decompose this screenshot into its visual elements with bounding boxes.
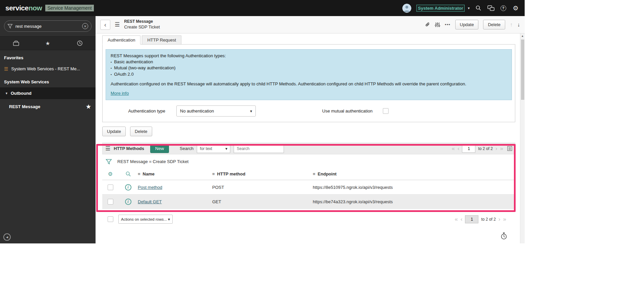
clear-search-icon[interactable]: ×	[82, 23, 88, 29]
breadcrumb-condition[interactable]: REST Message = Create SDP Ticket	[117, 159, 188, 164]
gear-icon[interactable]: ⚙	[512, 4, 519, 12]
authentication-type-select[interactable]: No authentication ▾	[176, 105, 256, 117]
update-button[interactable]: Update	[455, 20, 479, 29]
column-header-name[interactable]: ≡ Name	[138, 171, 212, 176]
row-checkbox[interactable]	[108, 184, 113, 190]
more-info-link[interactable]: More info	[111, 90, 129, 96]
scrollbar[interactable]: ▲	[520, 33, 525, 243]
row-checkbox[interactable]	[108, 199, 113, 205]
user-menu[interactable]: System Administrator	[416, 5, 465, 12]
http-method-cell: POST	[212, 185, 313, 190]
nav-group-label: Outbound	[11, 91, 32, 96]
delete-button[interactable]: Delete	[483, 20, 505, 29]
logo-text-now: now	[28, 4, 42, 12]
http-method-cell: GET	[212, 199, 313, 204]
select-all-checkbox[interactable]	[108, 216, 113, 222]
search-scope-select[interactable]: for text ▾	[197, 144, 230, 153]
clock-icon	[77, 40, 83, 46]
product-label: Service Management	[45, 5, 94, 11]
tab-favorites[interactable]: ★	[32, 36, 64, 50]
next-record-icon[interactable]: ↓	[517, 22, 520, 28]
form-context-menu-icon[interactable]: ☰	[115, 21, 120, 28]
personalize-form-icon[interactable]	[435, 22, 440, 27]
tab-http-request[interactable]: HTTP Request	[142, 35, 181, 45]
navigator-search[interactable]: ×	[4, 20, 92, 32]
authentication-type-label: Authentication type	[106, 108, 165, 114]
first-page-icon[interactable]: «	[455, 216, 458, 222]
info-list-item: • Mutual (two-way authentication)	[111, 65, 507, 71]
column-header-http-method[interactable]: ≡ HTTP method	[212, 171, 313, 176]
back-button[interactable]: ‹	[100, 20, 110, 30]
breadcrumb: REST Message = Create SDP Ticket	[102, 154, 515, 168]
search-icon[interactable]	[475, 4, 482, 12]
endpoint-cell: https://8e510975.ngrok.io/api/v3/request…	[313, 185, 515, 190]
column-search-icon[interactable]	[125, 171, 131, 177]
favorite-item-rest-message[interactable]: ☰ System Web Services - REST Me...	[0, 63, 96, 74]
record-link[interactable]: Post method	[138, 185, 162, 190]
record-preview-icon[interactable]: i	[125, 184, 131, 191]
logo-text-service: service	[5, 4, 28, 12]
list-context-menu-icon[interactable]: ☰	[105, 145, 110, 152]
table-row: i Default GET GET https://be74a323.ngrok…	[102, 195, 515, 209]
column-menu-icon: ≡	[212, 171, 215, 176]
scrollbar-thumb[interactable]	[521, 40, 524, 100]
update-button-bottom[interactable]: Update	[102, 127, 126, 136]
first-page-icon[interactable]: «	[452, 146, 455, 151]
last-page-icon[interactable]: »	[503, 216, 506, 222]
use-mutual-authentication-checkbox[interactable]	[383, 108, 389, 114]
help-icon[interactable]: ?	[500, 4, 507, 12]
page-number-input[interactable]	[465, 215, 478, 223]
avatar[interactable]	[402, 4, 411, 13]
info-note: Authentication configured on the REST Me…	[111, 81, 507, 87]
attachment-icon[interactable]	[425, 22, 430, 27]
tab-history[interactable]	[64, 36, 96, 50]
tab-all-applications[interactable]	[0, 36, 32, 50]
favorite-star-icon[interactable]: ★	[86, 103, 91, 110]
list-popout-icon[interactable]	[507, 146, 512, 151]
record-title: Create SDP Ticket	[124, 24, 160, 30]
response-time-icon[interactable]	[500, 232, 508, 240]
banner: servicenow Service Management System Adm…	[0, 0, 525, 16]
next-page-icon[interactable]: ›	[499, 216, 501, 222]
next-page-icon[interactable]: ›	[495, 146, 497, 151]
http-methods-list: ☰ HTTP Methods New Search for text ▾ « ‹…	[102, 143, 515, 224]
row-range-label: to 2 of 2	[481, 217, 495, 222]
connect-chat-icon[interactable]	[487, 4, 494, 12]
authentication-field-row: Authentication type No authentication ▾ …	[106, 105, 512, 117]
record-link[interactable]: Default GET	[138, 199, 162, 204]
selected-value: No authentication	[180, 108, 214, 114]
navigator-search-row: ×	[0, 16, 96, 36]
page-number-input[interactable]	[462, 145, 475, 153]
filter-icon[interactable]	[106, 158, 112, 165]
activity-stream-icon[interactable]: •••	[445, 22, 451, 27]
module-list-icon: ☰	[4, 67, 8, 71]
previous-page-icon[interactable]: ‹	[458, 146, 460, 151]
chevron-left-icon: ‹	[104, 22, 106, 28]
previous-page-icon[interactable]: ‹	[461, 216, 463, 222]
minimize-navigator-button[interactable]: ◀	[3, 233, 11, 241]
servicenow-logo[interactable]: servicenow	[5, 4, 42, 12]
navigator-search-input[interactable]	[15, 24, 79, 29]
column-menu-icon: ≡	[138, 171, 140, 176]
delete-button-bottom[interactable]: Delete	[130, 127, 152, 136]
banner-right: System Administrator ▾ ? ⚙	[402, 4, 519, 13]
chevron-down-icon[interactable]: ▾	[468, 6, 470, 10]
sidebar-item-rest-message[interactable]: REST Message ★	[0, 99, 96, 114]
list-personalize-gear-icon[interactable]: ⚙	[108, 171, 113, 177]
list-search-input[interactable]	[234, 144, 284, 153]
previous-record-icon[interactable]: ↑	[510, 22, 513, 28]
record-preview-icon[interactable]: i	[125, 199, 131, 205]
scroll-up-arrow[interactable]: ▲	[520, 33, 525, 39]
column-header-endpoint[interactable]: ≡ Endpoint	[313, 171, 515, 176]
tab-authentication[interactable]: Authentication	[102, 35, 140, 45]
row-range-label: to 2 of 2	[478, 146, 492, 151]
info-list-item: • OAuth 2.0	[111, 71, 507, 77]
filter-icon	[7, 23, 13, 29]
authentication-section: REST Messages support the following Auth…	[102, 45, 515, 122]
last-page-icon[interactable]: »	[500, 146, 503, 151]
new-button[interactable]: New	[150, 144, 169, 153]
info-list-item: • Basic authentication	[111, 59, 507, 65]
nav-group-outbound[interactable]: ▼ Outbound	[0, 87, 96, 99]
bullet-icon: •	[111, 60, 112, 65]
actions-on-selected-rows-select[interactable]: Actions on selected rows... ▾	[118, 215, 173, 224]
